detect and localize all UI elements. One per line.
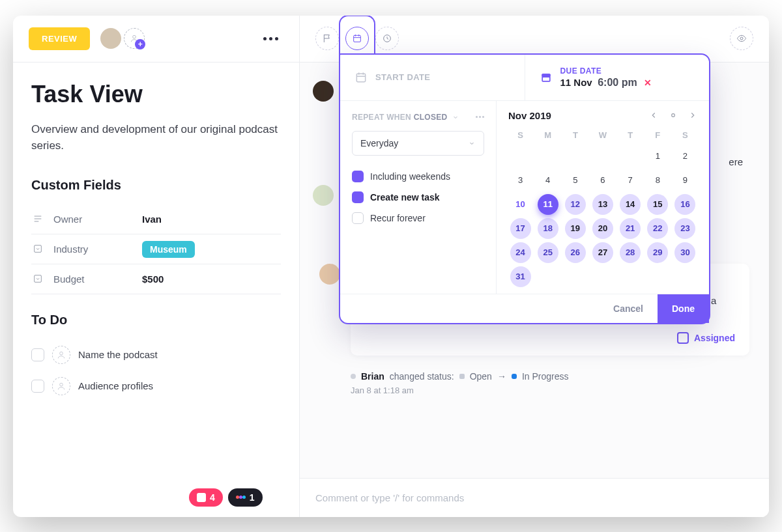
time-button[interactable] bbox=[375, 27, 399, 50]
calendar-dow: S bbox=[673, 128, 697, 143]
calendar-day[interactable]: 2 bbox=[674, 146, 695, 167]
todo-heading: To Do bbox=[31, 313, 281, 328]
calendar-day[interactable]: 28 bbox=[620, 242, 641, 263]
flag-button[interactable] bbox=[315, 27, 339, 50]
calendar-day[interactable]: 8 bbox=[647, 170, 668, 191]
option-including-weekends[interactable]: Including weekends bbox=[352, 166, 484, 187]
date-tab-active bbox=[345, 27, 369, 50]
custom-field-industry[interactable]: Industry Museum bbox=[31, 234, 281, 264]
status-timestamp: Jan 8 at 1:18 am bbox=[351, 385, 749, 395]
comment-bar bbox=[300, 478, 769, 517]
calendar-day[interactable]: 23 bbox=[674, 218, 695, 239]
task-panel: REVIEW + Task View Overview and developm… bbox=[13, 16, 300, 517]
calendar-day[interactable]: 26 bbox=[565, 242, 586, 263]
cf-label: Industry bbox=[53, 244, 142, 255]
recurrence-panel: REPEAT WHEN CLOSED Everyday Including we… bbox=[340, 101, 497, 294]
due-date-label: DUE DATE bbox=[560, 66, 652, 76]
comment-avatar bbox=[313, 81, 334, 102]
invision-badge[interactable]: 4 bbox=[189, 488, 223, 507]
calendar-day[interactable]: 3 bbox=[510, 170, 531, 191]
option-recur-forever[interactable]: Recur forever bbox=[352, 208, 484, 229]
status-review-button[interactable]: REVIEW bbox=[29, 27, 90, 50]
option-create-new-task[interactable]: Create new task bbox=[352, 187, 484, 208]
task-title[interactable]: Task View bbox=[31, 81, 281, 108]
recurrence-more-button[interactable] bbox=[476, 116, 484, 118]
calendar-next-button[interactable] bbox=[688, 111, 697, 120]
badge-count: 4 bbox=[210, 492, 215, 503]
calendar-day[interactable]: 13 bbox=[592, 194, 613, 215]
custom-field-owner[interactable]: Owner Ivan bbox=[31, 204, 281, 234]
calendar-day[interactable]: 30 bbox=[674, 242, 695, 263]
checkbox[interactable] bbox=[31, 380, 44, 393]
calendar-day[interactable]: 7 bbox=[620, 170, 641, 191]
due-date-value: 11 Nov bbox=[560, 77, 592, 88]
comment-input[interactable] bbox=[315, 492, 753, 503]
svg-point-7 bbox=[740, 37, 743, 40]
calendar-dow: W bbox=[590, 128, 615, 143]
calendar-day[interactable]: 20 bbox=[592, 218, 613, 239]
clear-due-date-button[interactable]: ✕ bbox=[644, 77, 652, 88]
assignee-avatar[interactable] bbox=[100, 28, 121, 49]
calendar-day[interactable]: 16 bbox=[674, 194, 695, 215]
cf-value: Ivan bbox=[142, 214, 162, 225]
calendar-day[interactable]: 10 bbox=[510, 194, 531, 215]
calendar-day[interactable]: 31 bbox=[510, 266, 531, 287]
assignees: + bbox=[100, 28, 145, 49]
calendar-day[interactable]: 22 bbox=[647, 218, 668, 239]
status-to-icon bbox=[512, 374, 517, 379]
assignee-placeholder-icon[interactable] bbox=[52, 377, 70, 395]
calendar-dow: F bbox=[646, 128, 670, 143]
assigned-indicator[interactable]: Assigned bbox=[365, 332, 735, 344]
task-header: REVIEW + bbox=[13, 16, 299, 63]
due-time-value: 6:00 pm bbox=[598, 77, 637, 88]
calendar-day[interactable]: 1 bbox=[647, 146, 668, 167]
list-icon bbox=[31, 214, 44, 224]
chevron-down-icon[interactable] bbox=[452, 113, 459, 121]
calendar-day[interactable]: 25 bbox=[538, 242, 558, 263]
badge-count: 1 bbox=[250, 492, 255, 503]
calendar-day[interactable]: 19 bbox=[565, 218, 586, 239]
calendar-today-button[interactable] bbox=[669, 111, 678, 120]
calendar-button[interactable] bbox=[345, 27, 369, 50]
svg-rect-5 bbox=[354, 35, 361, 42]
done-button[interactable]: Done bbox=[658, 294, 709, 323]
calendar-panel: Nov 2019 SMTWTFS123456789101112131415161… bbox=[497, 101, 709, 294]
frequency-select[interactable]: Everyday bbox=[352, 131, 484, 156]
calendar-day[interactable]: 24 bbox=[510, 242, 531, 263]
calendar-day[interactable]: 29 bbox=[647, 242, 668, 263]
cf-value: $500 bbox=[142, 273, 164, 285]
activity-panel: ere Brendan on Nov 5 2020 at 2:50 pm Wha… bbox=[300, 16, 769, 517]
calendar-day[interactable]: 15 bbox=[647, 194, 668, 215]
calendar-day[interactable]: 18 bbox=[538, 218, 558, 239]
app-window: REVIEW + Task View Overview and developm… bbox=[13, 16, 769, 517]
calendar-day[interactable]: 17 bbox=[510, 218, 531, 239]
watch-button[interactable] bbox=[730, 27, 753, 50]
todo-item[interactable]: Name the podcast bbox=[31, 339, 281, 371]
assignee-placeholder-icon[interactable] bbox=[52, 346, 70, 364]
calendar-day[interactable]: 21 bbox=[620, 218, 641, 239]
svg-rect-8 bbox=[356, 74, 365, 82]
task-description[interactable]: Overview and development of our original… bbox=[31, 121, 281, 154]
dropdown-icon bbox=[31, 244, 44, 254]
calendar-day[interactable]: 12 bbox=[565, 194, 586, 215]
more-menu-button[interactable] bbox=[258, 32, 283, 46]
calendar-day[interactable]: 9 bbox=[674, 170, 695, 191]
add-assignee-button[interactable]: + bbox=[124, 28, 145, 49]
figma-badge[interactable]: 1 bbox=[228, 488, 263, 507]
svg-point-0 bbox=[133, 35, 136, 38]
checkbox-checked-icon bbox=[352, 171, 364, 182]
calendar-day[interactable]: 6 bbox=[592, 170, 613, 191]
calendar-day[interactable]: 14 bbox=[620, 194, 641, 215]
comment-avatar bbox=[319, 264, 340, 285]
calendar-day[interactable]: 5 bbox=[565, 170, 586, 191]
calendar-day[interactable]: 27 bbox=[592, 242, 613, 263]
calendar-prev-button[interactable] bbox=[649, 111, 658, 120]
checkbox[interactable] bbox=[31, 348, 44, 361]
todo-item[interactable]: Audience profiles bbox=[31, 371, 281, 402]
start-date-field[interactable]: START DATE bbox=[340, 55, 525, 100]
due-date-field[interactable]: DUE DATE 11 Nov 6:00 pm ✕ bbox=[525, 55, 710, 100]
custom-field-budget[interactable]: Budget $500 bbox=[31, 264, 281, 294]
calendar-day[interactable]: 4 bbox=[538, 170, 558, 191]
cancel-button[interactable]: Cancel bbox=[599, 294, 658, 323]
calendar-day[interactable]: 11 bbox=[538, 194, 558, 215]
